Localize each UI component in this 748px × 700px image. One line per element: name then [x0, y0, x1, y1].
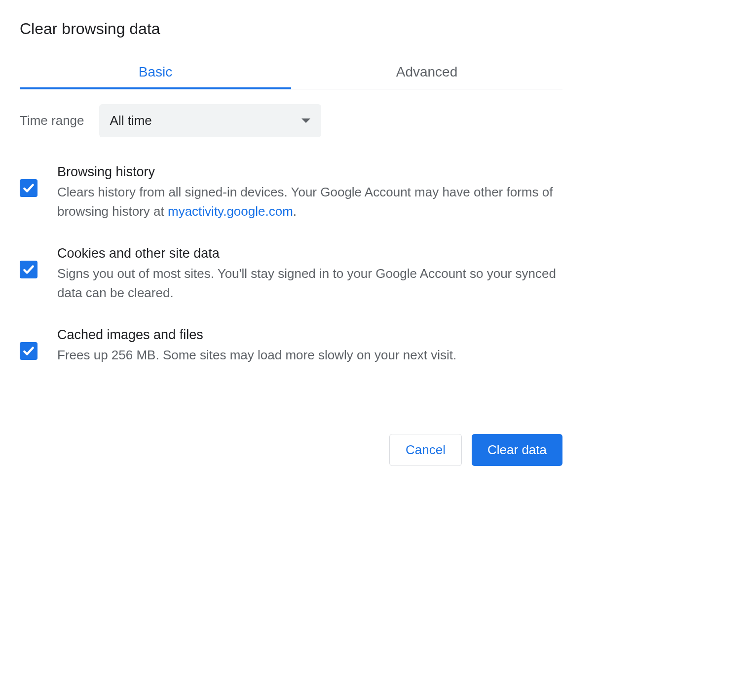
time-range-value: All time [110, 113, 152, 128]
time-range-select[interactable]: All time [99, 104, 321, 137]
tab-advanced[interactable]: Advanced [291, 55, 562, 89]
option-text: Cached images and files Frees up 256 MB.… [57, 327, 562, 365]
dialog-title: Clear browsing data [20, 20, 562, 38]
tab-basic-label: Basic [139, 64, 172, 79]
option-desc-cookies: Signs you out of most sites. You'll stay… [57, 264, 562, 303]
tab-advanced-label: Advanced [396, 64, 458, 79]
option-desc-cache: Frees up 256 MB. Some sites may load mor… [57, 346, 562, 365]
tabs: Basic Advanced [20, 55, 562, 89]
checkmark-icon [22, 345, 35, 357]
dialog-content: Time range All time Browsing history Cle… [20, 89, 562, 466]
checkmark-icon [22, 263, 35, 276]
dialog-buttons: Cancel Clear data [20, 434, 562, 466]
checkbox-browsing-history[interactable] [20, 179, 37, 197]
option-desc-browsing-history: Clears history from all signed-in device… [57, 183, 562, 221]
option-title-cache: Cached images and files [57, 327, 562, 343]
desc-suffix: . [293, 204, 297, 219]
cancel-button[interactable]: Cancel [389, 434, 462, 466]
clear-data-button[interactable]: Clear data [472, 434, 562, 466]
option-cache: Cached images and files Frees up 256 MB.… [20, 327, 562, 365]
option-browsing-history: Browsing history Clears history from all… [20, 164, 562, 221]
tab-basic[interactable]: Basic [20, 55, 291, 89]
clear-browsing-data-dialog: Clear browsing data Basic Advanced Time … [20, 20, 562, 466]
desc-prefix: Clears history from all signed-in device… [57, 185, 553, 219]
chevron-down-icon [301, 118, 310, 123]
option-title-cookies: Cookies and other site data [57, 246, 562, 261]
option-text: Browsing history Clears history from all… [57, 164, 562, 221]
checkmark-icon [22, 182, 35, 194]
time-range-label: Time range [20, 113, 84, 128]
option-cookies: Cookies and other site data Signs you ou… [20, 246, 562, 303]
checkbox-cache[interactable] [20, 342, 37, 360]
option-title-browsing-history: Browsing history [57, 164, 562, 180]
checkbox-cookies[interactable] [20, 261, 37, 278]
time-range-row: Time range All time [20, 104, 562, 137]
option-text: Cookies and other site data Signs you ou… [57, 246, 562, 303]
myactivity-link[interactable]: myactivity.google.com [168, 204, 293, 219]
